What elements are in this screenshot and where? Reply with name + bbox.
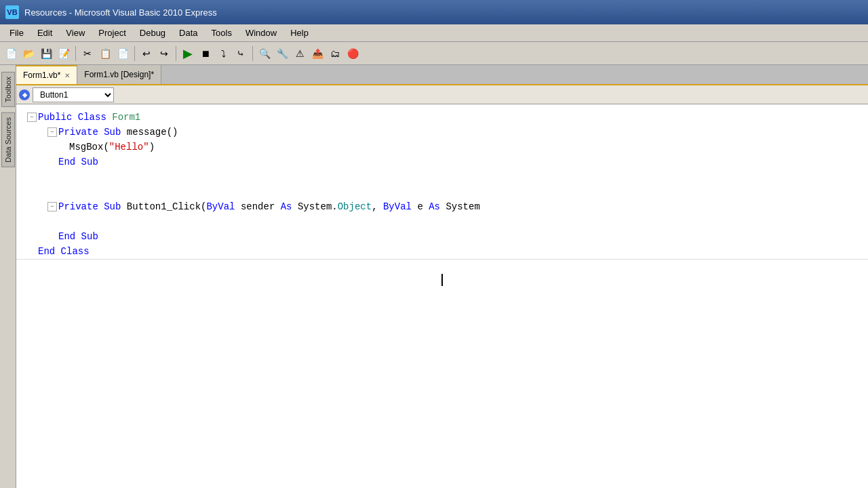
separator-3 bbox=[176, 46, 176, 61]
tab-form1-design-label: Form1.vb [Design]* bbox=[84, 70, 154, 79]
code-line-10: End Class bbox=[16, 244, 868, 259]
redo-btn[interactable]: ↪ bbox=[156, 45, 172, 62]
msgbox-close: ) bbox=[149, 140, 155, 155]
menu-project[interactable]: Project bbox=[92, 26, 132, 39]
code-line-1: − Public Class Form1 bbox=[16, 110, 868, 125]
kw-sub-end-2: Sub bbox=[81, 229, 98, 244]
tab-form1-vb[interactable]: Form1.vb* ✕ bbox=[16, 65, 77, 84]
menu-bar: File Edit View Project Debug Data Tools … bbox=[0, 24, 868, 42]
kw-byval-1: ByVal bbox=[206, 199, 240, 214]
toolbar: 📄 📂 💾 📝 ✂ 📋 📄 ↩ ↪ ▶ ⏹ ⤵ ⤷ 🔍 🔧 ⚠ 📤 🗂 🔴 bbox=[0, 42, 868, 65]
save-btn[interactable]: 📝 bbox=[56, 45, 72, 62]
menu-data[interactable]: Data bbox=[172, 26, 204, 39]
tab-form1-vb-close[interactable]: ✕ bbox=[64, 72, 70, 79]
kw-as-2: As bbox=[429, 199, 446, 214]
menu-edit[interactable]: Edit bbox=[31, 26, 59, 39]
separator-4 bbox=[252, 46, 253, 61]
tab-form1-design[interactable]: Form1.vb [Design]* bbox=[77, 65, 161, 84]
kw-sub-2: Sub bbox=[104, 199, 127, 214]
undo-btn[interactable]: ↩ bbox=[138, 45, 155, 62]
code-line-9: End Sub bbox=[16, 229, 868, 244]
kw-end-2: End bbox=[58, 229, 81, 244]
code-content-7: Private Sub Button1_Click(ByVal sender A… bbox=[58, 199, 480, 214]
separator-2 bbox=[134, 46, 135, 61]
title-text: Resources - Microsoft Visual Basic 2010 … bbox=[24, 7, 217, 18]
cursor-area bbox=[16, 259, 868, 300]
object-icon: ◆ bbox=[19, 89, 30, 100]
code-line-5 bbox=[16, 169, 868, 184]
copy-btn[interactable]: 📋 bbox=[97, 45, 113, 62]
tab-bar: Form1.vb* ✕ Form1.vb [Design]* bbox=[16, 65, 868, 85]
open-btn[interactable]: 📂 bbox=[20, 45, 37, 62]
code-line-7: − Private Sub Button1_Click(ByVal sender… bbox=[16, 199, 868, 214]
kw-public-1: Public bbox=[38, 110, 78, 125]
string-hello: "Hello" bbox=[109, 140, 149, 155]
paste-btn[interactable]: 📄 bbox=[115, 45, 131, 62]
menu-debug[interactable]: Debug bbox=[133, 26, 172, 39]
param-sender: sender bbox=[241, 199, 281, 214]
kw-sub-1: Sub bbox=[104, 125, 127, 140]
collapse-btn-1[interactable]: − bbox=[27, 113, 37, 122]
selector-bar: ◆ Button1 bbox=[16, 85, 868, 104]
output-btn[interactable]: 📤 bbox=[309, 45, 326, 62]
toolbar-extra2[interactable]: 🔴 bbox=[344, 45, 361, 62]
code-line-2: − Private Sub message() bbox=[16, 125, 868, 140]
code-line-4: End Sub bbox=[16, 155, 868, 169]
data-sources-tab[interactable]: Data Sources bbox=[1, 113, 15, 167]
title-bar: VB Resources - Microsoft Visual Basic 20… bbox=[0, 0, 868, 24]
kw-class: Class bbox=[78, 110, 112, 125]
run-btn[interactable]: ▶ bbox=[180, 45, 196, 62]
code-line-8 bbox=[16, 214, 868, 229]
code-editor[interactable]: − Public Class Form1 − Private Sub messa… bbox=[16, 104, 868, 488]
text-cursor bbox=[441, 274, 443, 286]
save-all-btn[interactable]: 💾 bbox=[38, 45, 54, 62]
code-content-4: End Sub bbox=[58, 155, 98, 169]
type-object: Object bbox=[338, 199, 372, 214]
code-line-6 bbox=[16, 184, 868, 199]
find-btn[interactable]: 🔍 bbox=[256, 45, 273, 62]
error-list-btn[interactable]: ⚠ bbox=[292, 45, 308, 62]
cut-btn[interactable]: ✂ bbox=[79, 45, 96, 62]
menu-help[interactable]: Help bbox=[283, 26, 315, 39]
code-content-1: Public Class Form1 bbox=[38, 110, 140, 125]
code-content-2: Private Sub message() bbox=[58, 125, 178, 140]
method-message: message() bbox=[127, 125, 178, 140]
tab-form1-vb-label: Form1.vb* bbox=[23, 70, 60, 80]
stop-btn[interactable]: ⏹ bbox=[197, 45, 214, 62]
kw-as-1: As bbox=[281, 199, 298, 214]
app-icon: VB bbox=[5, 5, 19, 19]
toolbar-extra1[interactable]: 🗂 bbox=[327, 45, 343, 62]
kw-private-1: Private bbox=[58, 125, 104, 140]
content-area: Form1.vb* ✕ Form1.vb [Design]* ◆ Button1… bbox=[16, 65, 868, 488]
kw-sub-end-1: Sub bbox=[81, 155, 98, 169]
param-e: e bbox=[417, 199, 429, 214]
classname-form1: Form1 bbox=[112, 110, 140, 125]
main-layout: Toolbox Data Sources Form1.vb* ✕ Form1.v… bbox=[0, 65, 868, 488]
menu-file[interactable]: File bbox=[3, 26, 31, 39]
system-dot: System. bbox=[298, 199, 338, 214]
kw-end-class: End bbox=[38, 244, 61, 259]
code-content-9: End Sub bbox=[58, 229, 98, 244]
code-content-3: MsgBox("Hello") bbox=[69, 140, 155, 155]
left-sidebar: Toolbox Data Sources bbox=[0, 65, 16, 488]
new-btn[interactable]: 📄 bbox=[3, 45, 19, 62]
kw-end-1: End bbox=[58, 155, 81, 169]
object-selector[interactable]: Button1 bbox=[33, 87, 114, 102]
step-into-btn[interactable]: ⤷ bbox=[233, 45, 249, 62]
kw-class-end: Class bbox=[61, 244, 90, 259]
settings-btn[interactable]: 🔧 bbox=[274, 45, 290, 62]
collapse-btn-2[interactable]: − bbox=[47, 127, 57, 137]
kw-private-2: Private bbox=[58, 199, 104, 214]
menu-view[interactable]: View bbox=[59, 26, 92, 39]
kw-byval-2: ByVal bbox=[383, 199, 417, 214]
msgbox-call: MsgBox( bbox=[69, 140, 109, 155]
collapse-btn-7[interactable]: − bbox=[47, 202, 57, 211]
code-content-10: End Class bbox=[38, 244, 90, 259]
menu-tools[interactable]: Tools bbox=[205, 26, 239, 39]
code-line-3: MsgBox("Hello") bbox=[16, 140, 868, 155]
toolbox-tab[interactable]: Toolbox bbox=[1, 72, 15, 107]
step-over-btn[interactable]: ⤵ bbox=[215, 45, 231, 62]
separator-1 bbox=[75, 46, 76, 61]
menu-window[interactable]: Window bbox=[239, 26, 283, 39]
system-2: System bbox=[446, 199, 479, 214]
